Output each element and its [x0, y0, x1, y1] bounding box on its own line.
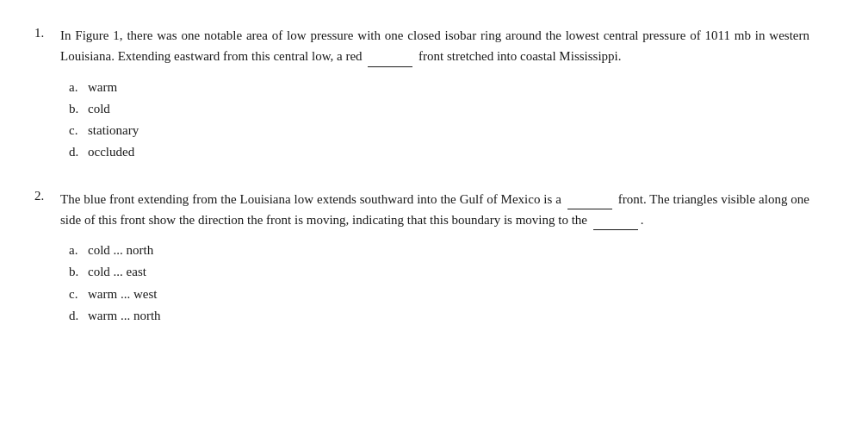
choice-b-label: b. — [69, 99, 88, 119]
question-2-choice-d: d. warm ... north — [69, 306, 809, 326]
question-2-choice-a: a. cold ... north — [69, 240, 809, 260]
choice-c-text: warm ... west — [88, 284, 157, 304]
question-1-choice-a: a. warm — [69, 78, 809, 97]
question-1-choice-d: d. occluded — [69, 142, 809, 162]
question-2-choice-c: c. warm ... west — [69, 284, 809, 304]
question-2-text: The blue front extending from the Louisi… — [60, 189, 809, 231]
choice-c-label: c. — [69, 284, 88, 304]
choice-b-text: cold — [88, 99, 110, 119]
choice-b-label: b. — [69, 262, 88, 282]
choice-a-label: a. — [69, 240, 88, 260]
choice-d-text: occluded — [88, 142, 134, 162]
question-1-choice-c: c. stationary — [69, 121, 809, 141]
choice-d-text: warm ... north — [88, 306, 161, 326]
question-1-text: In Figure 1, there was one notable area … — [60, 26, 809, 67]
question-1-choices: a. warm b. cold c. stationary d. occlude… — [60, 78, 809, 163]
choice-c-text: stationary — [88, 121, 139, 141]
question-2-choices: a. cold ... north b. cold ... east c. wa… — [60, 240, 809, 326]
choice-a-text: warm — [88, 78, 117, 97]
questions-container: 1. In Figure 1, there was one notable ar… — [34, 26, 809, 328]
question-1-number: 1. — [34, 26, 60, 165]
question-2: 2. The blue front extending from the Lou… — [34, 189, 809, 328]
question-1-blank — [368, 46, 412, 66]
question-2-number: 2. — [34, 189, 60, 328]
choice-a-text: cold ... north — [88, 240, 153, 260]
question-2-choice-b: b. cold ... east — [69, 262, 809, 282]
question-2-content: The blue front extending from the Louisi… — [60, 189, 809, 328]
question-1: 1. In Figure 1, there was one notable ar… — [34, 26, 809, 165]
choice-a-label: a. — [69, 78, 88, 97]
choice-b-text: cold ... east — [88, 262, 146, 282]
question-1-choice-b: b. cold — [69, 99, 809, 119]
choice-c-label: c. — [69, 121, 88, 141]
choice-d-label: d. — [69, 142, 88, 162]
question-1-content: In Figure 1, there was one notable area … — [60, 26, 809, 165]
question-2-blank-2 — [593, 209, 638, 230]
choice-d-label: d. — [69, 306, 88, 326]
question-2-blank-1 — [567, 189, 612, 209]
